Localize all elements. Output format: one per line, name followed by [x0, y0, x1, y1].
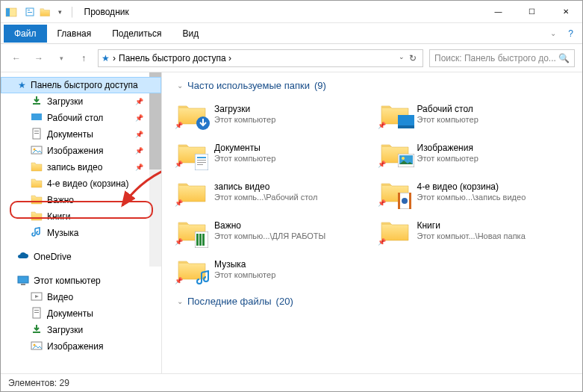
svg-rect-27 [197, 162, 206, 163]
tree-item[interactable]: Изображения [1, 338, 161, 355]
pin-icon: 📌 [378, 199, 386, 207]
search-input[interactable]: Поиск: Панель быстрого до... 🔍 [429, 49, 575, 67]
tree-item[interactable]: Видео [1, 289, 161, 305]
expand-ribbon-icon[interactable]: ⌄ [544, 29, 562, 37]
pin-icon: 📌 [135, 131, 143, 138]
folder-overlay-icon [398, 154, 411, 167]
nav-tree: ★ Панель быстрого доступа Загрузки 📌 Раб… [1, 72, 162, 373]
pin-icon: 📌 [175, 277, 183, 284]
onedrive-icon [17, 251, 29, 263]
tree-item-label: запись видео [47, 162, 102, 172]
svg-rect-5 [33, 103, 40, 105]
tree-label: Этот компьютер [34, 276, 101, 286]
tree-item[interactable]: Рабочий стол 📌 [1, 110, 161, 126]
navbar: ← → ▾ ↑ ★ › Панель быстрого доступа › ⌄ … [1, 44, 582, 72]
tree-item-icon [31, 290, 43, 305]
close-button[interactable]: ✕ [549, 1, 582, 23]
qat-dropdown-icon[interactable]: ▾ [53, 5, 66, 19]
nav-recent-icon[interactable]: ▾ [53, 50, 69, 66]
folder-item[interactable]: 📌 Книги Этот компьют...\Новая папка [380, 218, 576, 243]
folder-name: Документы [214, 143, 275, 153]
folder-location: Этот компьютер [417, 154, 478, 164]
folder-item[interactable]: 📌 Загрузки Этот компьютер [177, 102, 372, 127]
tab-view[interactable]: Вид [172, 25, 209, 43]
minimize-button[interactable]: — [481, 1, 515, 23]
tree-item-label: Рабочий стол [47, 113, 103, 123]
svg-rect-37 [196, 234, 199, 246]
svg-rect-38 [199, 234, 202, 246]
tree-item-label: Изображения [47, 146, 103, 156]
svg-point-35 [402, 198, 408, 204]
pc-icon [17, 275, 29, 287]
nav-forward-icon[interactable]: → [31, 50, 47, 66]
tree-item[interactable]: Загрузки [1, 322, 161, 338]
address-bar[interactable]: ★ › Панель быстрого доступа › ⌄ ↻ [98, 49, 423, 67]
tree-item[interactable]: Музыка [1, 225, 161, 241]
tree-item-icon [31, 161, 43, 175]
tree-item-icon [31, 340, 43, 354]
svg-rect-18 [33, 332, 40, 333]
tree-item-label: Музыка [47, 228, 78, 238]
tree-item-icon [31, 226, 43, 240]
tree-item[interactable]: Изображения 📌 [1, 143, 161, 159]
folder-item[interactable]: 📌 Документы Этот компьютер [177, 140, 372, 166]
svg-rect-12 [18, 276, 28, 283]
tree-item-icon [31, 95, 43, 109]
maximize-button[interactable]: ☐ [515, 1, 549, 23]
folder-item[interactable]: 📌 запись видео Этот компь...\Рабочий сто… [177, 179, 372, 205]
tree-quick-access[interactable]: ★ Панель быстрого доступа [1, 77, 161, 93]
folder-item[interactable]: 📌 Рабочий стол Этот компьютер [380, 102, 576, 127]
folder-item[interactable]: 📌 Музыка Этот компьютер [177, 257, 372, 282]
section-recent[interactable]: ⌄ Последние файлы (20) [177, 296, 575, 307]
tab-file[interactable]: Файл [4, 25, 47, 43]
folder-item[interactable]: 📌 Важно Этот компью...\ДЛЯ РАБОТЫ [177, 218, 372, 243]
folder-name: 4-е видео (корзина) [417, 181, 526, 192]
tree-item-icon [31, 323, 43, 337]
refresh-icon[interactable]: ↻ [409, 53, 417, 63]
window-title: Проводник [84, 7, 129, 17]
tree-item[interactable]: 4-е видео (корзина) [1, 175, 161, 192]
quickaccess-star-icon: ★ [102, 53, 110, 63]
tab-home[interactable]: Главная [47, 25, 102, 43]
status-count: 29 [60, 378, 69, 388]
folder-location: Этот компью...\запись видео [417, 193, 526, 202]
pin-icon: 📌 [175, 122, 183, 129]
folder-name: Изображения [417, 143, 478, 153]
pin-icon: 📌 [135, 114, 143, 122]
svg-rect-34 [409, 193, 411, 209]
folder-overlay-icon [195, 115, 208, 128]
folder-item[interactable]: 📌 Изображения Этот компьютер [380, 140, 576, 166]
help-button[interactable]: ? [562, 28, 579, 39]
section-frequent[interactable]: ⌄ Часто используемые папки (9) [177, 80, 575, 91]
svg-rect-13 [21, 284, 25, 285]
nav-up-icon[interactable]: ↑ [75, 50, 92, 66]
pin-icon: 📌 [175, 161, 183, 168]
folder-location: Этот компьютер [214, 154, 275, 164]
svg-rect-8 [34, 131, 39, 131]
pin-icon: 📌 [135, 98, 143, 105]
qat-properties-icon[interactable] [23, 5, 37, 19]
folder-location: Этот компьютер [214, 115, 275, 125]
pin-icon: 📌 [175, 238, 183, 246]
folder-item[interactable]: 📌 4-е видео (корзина) Этот компью...\зап… [380, 179, 576, 205]
tree-item-icon [31, 111, 43, 125]
tab-share[interactable]: Поделиться [102, 25, 172, 43]
svg-rect-4 [28, 12, 32, 13]
pin-icon: 📌 [135, 147, 143, 155]
tree-item[interactable]: Документы 📌 [1, 126, 161, 143]
status-label: Элементов: [8, 378, 57, 388]
tree-item[interactable]: Загрузки 📌 [1, 93, 161, 110]
address-dropdown-icon[interactable]: ⌄ [399, 53, 405, 63]
tree-onedrive[interactable]: OneDrive [1, 249, 161, 265]
search-icon: 🔍 [558, 53, 570, 63]
tree-item[interactable]: Документы [1, 305, 161, 322]
tree-item[interactable]: Важно [1, 192, 161, 208]
address-chevron: › [113, 53, 116, 63]
tree-item[interactable]: запись видео 📌 [1, 159, 161, 175]
app-icon [5, 6, 17, 18]
nav-back-icon[interactable]: ← [8, 50, 25, 66]
tree-thispc[interactable]: Этот компьютер [1, 273, 161, 289]
tree-item[interactable]: Книги [1, 208, 161, 225]
pin-icon: 📌 [378, 122, 386, 129]
qat-newfolder-icon[interactable] [38, 5, 52, 19]
